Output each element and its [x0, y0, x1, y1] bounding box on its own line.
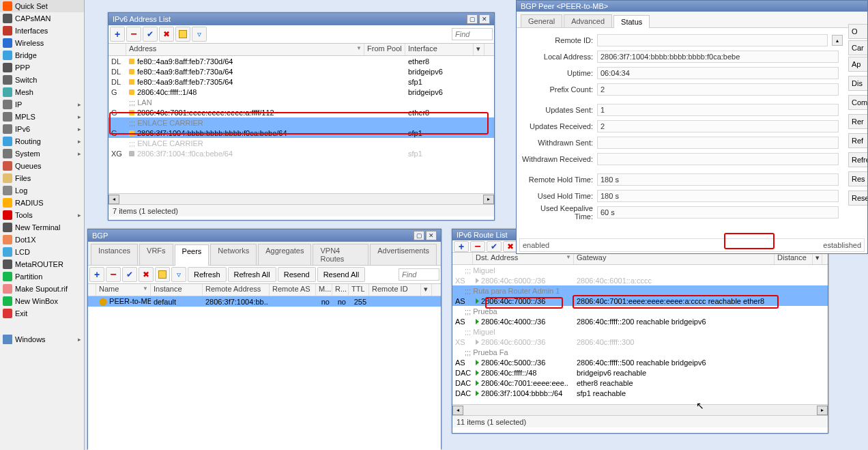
field-value[interactable]: 1: [597, 104, 839, 116]
side-button-4[interactable]: Com: [848, 95, 867, 110]
field-value[interactable]: 180 s: [597, 190, 839, 202]
sidebar-item-capsman[interactable]: CAPsMAN: [0, 12, 84, 25]
table-row[interactable]: DAC 2806:3f7:1004:bbbb::/64sfp1 reachabl…: [452, 388, 828, 398]
side-button-5[interactable]: Rer: [848, 114, 867, 129]
field-value[interactable]: [597, 153, 839, 165]
add-button[interactable]: +: [454, 241, 469, 252]
header-dst[interactable]: Dst. Address: [473, 253, 574, 264]
table-row[interactable]: DLfe80::4aa9:8aff:feb7:7305/64sfp1: [108, 76, 494, 87]
remove-button[interactable]: −: [106, 267, 121, 282]
header-gateway[interactable]: Gateway: [574, 253, 775, 264]
window-titlebar[interactable]: BGP Peer <PEER-to-MB>: [517, 1, 867, 12]
table-row[interactable]: DLfe80::4aa9:8aff:feb7:730d/64ether8: [108, 56, 494, 66]
enable-button[interactable]: ✔: [143, 27, 158, 42]
remove-button[interactable]: −: [470, 241, 485, 252]
field-value[interactable]: 60 s: [597, 206, 839, 219]
find-input[interactable]: [399, 268, 439, 281]
filter-button[interactable]: ▿: [192, 27, 207, 42]
header-remote-id[interactable]: Remote ID: [369, 284, 421, 296]
header-instance[interactable]: Instance: [151, 284, 203, 296]
enable-button[interactable]: ✔: [122, 267, 137, 282]
filter-button[interactable]: ▿: [171, 267, 186, 282]
field-value[interactable]: 180 s: [597, 173, 839, 186]
table-row[interactable]: G2806:40c:ffff::1/48bridgeipv6: [108, 87, 494, 97]
side-button-3[interactable]: Dis: [848, 76, 867, 91]
comment-row[interactable]: ;;; ENLACE CARRIER: [108, 138, 494, 148]
table-row[interactable]: AS 2806:40c:7000::/362806:40c:7001:eeee:…: [452, 296, 828, 306]
header-address[interactable]: Address: [126, 44, 364, 55]
table-row[interactable]: ⬤ PEER-to-MBdefault2806:3f7:1004:bb..non…: [88, 296, 441, 307]
field-value[interactable]: [597, 34, 828, 46]
header-from-pool[interactable]: From Pool: [364, 44, 405, 55]
tab-peers[interactable]: Peers: [175, 244, 209, 266]
sidebar-item-dot1x[interactable]: Dot1X: [0, 234, 84, 246]
comment-row[interactable]: ;;; LAN: [108, 97, 494, 107]
sidebar-item-queues[interactable]: Queues: [0, 160, 84, 172]
sidebar-item-radius[interactable]: RADIUS: [0, 197, 84, 209]
tab-status[interactable]: Status: [613, 15, 650, 28]
sidebar-item-system[interactable]: System▸: [0, 147, 84, 160]
header-remote-addr[interactable]: Remote Address: [203, 284, 270, 296]
comment-row[interactable]: ;;; ENLACE CARRIER: [108, 117, 494, 128]
table-row[interactable]: AS 2806:40c:5000::/362806:40c:ffff::500 …: [452, 357, 828, 367]
tab-aggregates[interactable]: Aggregates: [258, 244, 311, 265]
field-value[interactable]: 2: [597, 120, 839, 132]
resend-all-button[interactable]: Resend All: [317, 267, 366, 282]
field-value[interactable]: 06:04:34: [597, 67, 839, 79]
header-distance[interactable]: Distance: [775, 253, 813, 264]
sidebar-item-exit[interactable]: Exit: [0, 307, 84, 320]
sidebar-item-bridge[interactable]: Bridge: [0, 49, 84, 61]
sidebar-item-windows[interactable]: Windows▸: [0, 333, 84, 346]
comment-row[interactable]: ;;; Prueba Fa: [452, 347, 828, 357]
table-row[interactable]: G2806:3f7:1004:bbbb:bbbb:bbbb:f0ca:bebe/…: [108, 128, 494, 138]
sidebar-item-ipv6[interactable]: IPv6▸: [0, 123, 84, 135]
sidebar-item-mpls[interactable]: MPLS▸: [0, 111, 84, 123]
comment-button[interactable]: [155, 267, 170, 282]
table-row[interactable]: G2806:40c:7001:eeee:eeee:eeee:a:ffff/112…: [108, 107, 494, 117]
grid-header[interactable]: Address From Pool Interface ▾: [108, 44, 494, 56]
side-button-2[interactable]: Ap: [848, 57, 867, 72]
table-row[interactable]: AS 2806:40c:4000::/362806:40c:ffff::200 …: [452, 316, 828, 326]
field-value[interactable]: 2806:3f7:1004:bbbb:bbbb:bbbb:f0ca:bebe: [597, 51, 839, 63]
field-value[interactable]: [597, 137, 839, 149]
table-row[interactable]: XS 2806:40c:6000::/362806:40c:ffff::300: [452, 337, 828, 347]
h-scrollbar[interactable]: ◂▸: [108, 193, 494, 204]
table-row[interactable]: XS 2806:40c:6000::/362806:40c:6001::a:cc…: [452, 275, 828, 285]
header-ttl[interactable]: TTL: [349, 284, 369, 296]
tab-networks[interactable]: Networks: [210, 244, 257, 265]
window-titlebar[interactable]: BGP ▢ ✕: [88, 229, 441, 242]
header-remote-as[interactable]: Remote AS: [270, 284, 316, 296]
arrow-up-icon[interactable]: ▴: [832, 35, 843, 46]
grid-header[interactable]: Dst. Address Gateway Distance ▾: [452, 253, 828, 265]
sidebar-item-new-winbox[interactable]: New WinBox: [0, 295, 84, 307]
tab-advertisements[interactable]: Advertisements: [370, 244, 437, 265]
sidebar-item-metarouter[interactable]: MetaROUTER: [0, 258, 84, 270]
tab-general[interactable]: General: [521, 14, 562, 27]
side-button-1[interactable]: Car: [848, 40, 867, 55]
sidebar-item-routing[interactable]: Routing▸: [0, 135, 84, 147]
header-m[interactable]: M...: [316, 284, 332, 296]
refresh-all-button[interactable]: Refresh All: [228, 267, 276, 282]
sidebar-item-files[interactable]: Files: [0, 172, 84, 184]
header-name[interactable]: Name: [96, 284, 151, 296]
tab-advanced[interactable]: Advanced: [564, 14, 612, 27]
comment-button[interactable]: [175, 27, 190, 42]
window-restore-button[interactable]: ▢: [414, 231, 424, 240]
side-button-0[interactable]: O: [848, 24, 867, 39]
comment-row[interactable]: ;;; Prueba: [452, 306, 828, 316]
table-row[interactable]: DAC 2806:40c:ffff::/48bridgeipv6 reachab…: [452, 367, 828, 378]
sidebar-item-new-terminal[interactable]: New Terminal: [0, 221, 84, 234]
sidebar-item-partition[interactable]: Partition: [0, 270, 84, 283]
tab-vrfs[interactable]: VRFs: [139, 244, 173, 265]
resend-button[interactable]: Resend: [278, 267, 316, 282]
window-restore-button[interactable]: ▢: [467, 14, 478, 24]
enable-button[interactable]: ✔: [487, 241, 502, 252]
sidebar-item-quick-set[interactable]: Quick Set: [0, 0, 84, 12]
disable-button[interactable]: ✖: [159, 27, 174, 42]
field-value[interactable]: 2: [597, 83, 839, 96]
grid-header[interactable]: Name Instance Remote Address Remote AS M…: [88, 284, 441, 296]
h-scrollbar[interactable]: ◂▸: [452, 404, 828, 415]
sidebar-item-wireless[interactable]: Wireless: [0, 37, 84, 49]
window-close-button[interactable]: ✕: [479, 14, 490, 24]
find-input[interactable]: [452, 28, 493, 40]
